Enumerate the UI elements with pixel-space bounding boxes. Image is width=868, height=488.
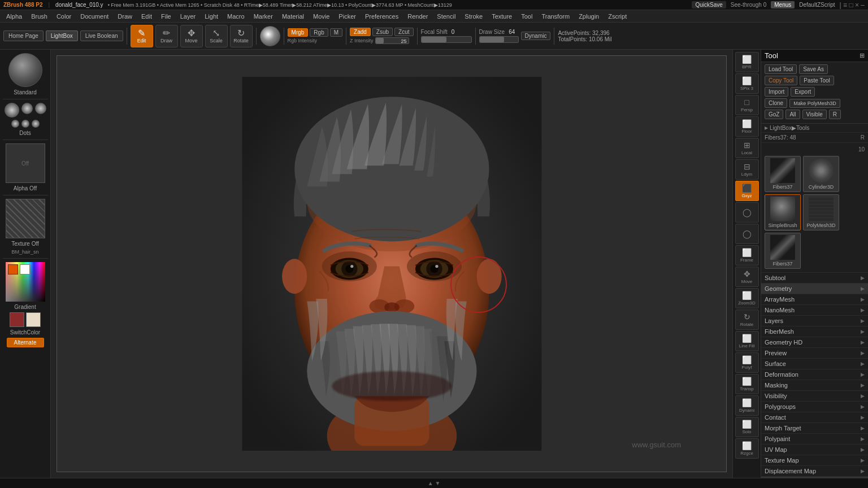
section-visibility[interactable]: Visibility▶ bbox=[761, 391, 868, 402]
menu-item-zscript[interactable]: Zscript bbox=[604, 12, 631, 21]
menu-item-tool[interactable]: Tool bbox=[517, 12, 536, 21]
section-displacement-map[interactable]: Displacement Map▶ bbox=[761, 466, 868, 477]
dot-brush-sm1[interactable] bbox=[11, 120, 19, 128]
rnav-btn-solo[interactable]: ⬜Solo bbox=[735, 417, 759, 437]
save-as-button[interactable]: Save As bbox=[799, 64, 828, 74]
menu-item-color[interactable]: Color bbox=[53, 12, 75, 21]
section-arraymesh[interactable]: ArrayMesh▶ bbox=[761, 294, 868, 305]
section-texture-map[interactable]: Texture Map▶ bbox=[761, 455, 868, 466]
zsub-button[interactable]: Zsub bbox=[372, 28, 393, 36]
section-preview[interactable]: Preview▶ bbox=[761, 348, 868, 359]
menus-button[interactable]: Menus bbox=[771, 1, 795, 8]
foreground-color[interactable] bbox=[8, 264, 18, 274]
section-nanomesh[interactable]: NanoMesh▶ bbox=[761, 305, 868, 316]
fibers-r-button[interactable]: R bbox=[861, 134, 865, 141]
clone-button[interactable]: Clone bbox=[765, 98, 787, 108]
dot-brush-sm3[interactable] bbox=[32, 120, 40, 128]
brush-preview[interactable] bbox=[260, 26, 280, 46]
dot-brush-med2[interactable] bbox=[35, 103, 46, 114]
menu-item-draw[interactable]: Draw bbox=[114, 12, 136, 21]
menu-item-stroke[interactable]: Stroke bbox=[461, 12, 487, 21]
zcut-button[interactable]: Zcut bbox=[394, 28, 413, 36]
focal-shift-slider[interactable] bbox=[421, 36, 472, 43]
rnav-btn-rzgce[interactable]: ⬜Rzgce bbox=[735, 438, 759, 459]
paste-tool-button[interactable]: Paste Tool bbox=[800, 76, 834, 85]
rnav-btn-gxyz[interactable]: ⬛Gxyz bbox=[735, 181, 759, 201]
dot-brush-sm2[interactable] bbox=[21, 120, 29, 128]
section-geometry[interactable]: Geometry▶ bbox=[761, 284, 868, 294]
menu-item-preferences[interactable]: Preferences bbox=[361, 12, 402, 21]
draw-button[interactable]: ✏ Draw bbox=[155, 25, 178, 47]
import-button[interactable]: Import bbox=[765, 87, 788, 97]
rgb-button[interactable]: Rgb bbox=[310, 28, 328, 37]
lightbox-tools-row[interactable]: ▶ LightBox▶Tools bbox=[761, 124, 868, 133]
rnav-btn-frame[interactable]: ⬜Frame bbox=[735, 245, 759, 265]
menu-item-alpha[interactable]: Alpha bbox=[2, 12, 26, 21]
rnav-btn-persp[interactable]: □Persp bbox=[735, 95, 759, 115]
menu-item-render[interactable]: Render bbox=[403, 12, 432, 21]
canvas-area[interactable]: www.gsuit.com bbox=[51, 50, 732, 478]
section-normal-map[interactable]: Normal Map▶ bbox=[761, 477, 868, 478]
left-brush-preview[interactable] bbox=[8, 53, 42, 87]
draw-size-slider[interactable] bbox=[479, 36, 519, 43]
menu-item-material[interactable]: Material bbox=[278, 12, 308, 21]
live-boolean-tab[interactable]: Live Boolean bbox=[80, 30, 123, 41]
z-intensity-slider[interactable]: 25 bbox=[375, 37, 409, 44]
section-surface[interactable]: Surface▶ bbox=[761, 359, 868, 369]
rnav-btn-transp[interactable]: ⬜Transp bbox=[735, 374, 759, 394]
menu-item-brush[interactable]: Brush bbox=[27, 12, 51, 21]
goz-button[interactable]: GoZ bbox=[765, 110, 783, 119]
m-button[interactable]: M bbox=[330, 28, 342, 37]
section-polygroups[interactable]: Polygroups▶ bbox=[761, 402, 868, 412]
rnav-btn-line-fill[interactable]: ⬜Line Fill bbox=[735, 331, 759, 351]
menu-item-transform[interactable]: Transform bbox=[537, 12, 574, 21]
section-masking[interactable]: Masking▶ bbox=[761, 380, 868, 391]
move-button[interactable]: ✥ Move bbox=[180, 25, 203, 47]
menu-item-document[interactable]: Document bbox=[76, 12, 112, 21]
menu-item-edit[interactable]: Edit bbox=[137, 12, 156, 21]
rnav-btn-ldym[interactable]: ⊟Ldym bbox=[735, 159, 759, 180]
secondary-color-swatch[interactable] bbox=[26, 312, 41, 327]
rnav-btn-local[interactable]: ⊞Local bbox=[735, 138, 759, 158]
simple-brush-thumb[interactable]: SimpleBrush bbox=[765, 194, 801, 230]
menu-item-texture[interactable]: Texture bbox=[488, 12, 516, 21]
texture-thumbnail[interactable] bbox=[6, 199, 45, 238]
scale-button[interactable]: ⤡ Scale bbox=[205, 25, 228, 47]
section-layers[interactable]: Layers▶ bbox=[761, 316, 868, 326]
section-polypaint[interactable]: Polypaint▶ bbox=[761, 434, 868, 445]
polymesh3d-thumb[interactable]: PolyMesh3D bbox=[803, 194, 839, 230]
copy-tool-button[interactable]: Copy Tool bbox=[765, 76, 797, 85]
section-uv-map[interactable]: UV Map▶ bbox=[761, 445, 868, 455]
cylinder3d-thumb[interactable]: Cylinder3D bbox=[803, 156, 839, 192]
home-page-tab[interactable]: Home Page bbox=[3, 30, 44, 41]
section-contact[interactable]: Contact▶ bbox=[761, 412, 868, 423]
menu-item-layer[interactable]: Layer bbox=[176, 12, 200, 21]
expand-icon[interactable]: ⊞ bbox=[860, 52, 865, 59]
alpha-thumbnail[interactable]: Off bbox=[6, 143, 45, 183]
dot-brush-large[interactable] bbox=[5, 103, 19, 117]
background-color[interactable] bbox=[20, 264, 30, 274]
export-button[interactable]: Export bbox=[791, 87, 815, 97]
make-polymesh3d-button[interactable]: Make PolyMesh3D bbox=[789, 99, 840, 108]
lightbox-tab[interactable]: LightBox bbox=[46, 30, 78, 41]
rnav-btn-move[interactable]: ✥Move bbox=[735, 267, 759, 287]
all-button[interactable]: All bbox=[785, 110, 800, 119]
section-deformation[interactable]: Deformation▶ bbox=[761, 369, 868, 380]
section-subtool[interactable]: Subtool▶ bbox=[761, 273, 868, 284]
menu-item-macro[interactable]: Macro bbox=[223, 12, 249, 21]
section-fibermesh[interactable]: FiberMesh▶ bbox=[761, 326, 868, 337]
rnav-btn-dynami[interactable]: ⬜Dynami bbox=[735, 395, 759, 416]
visible-button[interactable]: Visible bbox=[802, 110, 827, 119]
section-geometry-hd[interactable]: Geometry HD▶ bbox=[761, 337, 868, 348]
menu-item-stencil[interactable]: Stencil bbox=[433, 12, 459, 21]
menu-item-picker[interactable]: Picker bbox=[335, 12, 360, 21]
menu-item-marker[interactable]: Marker bbox=[250, 12, 277, 21]
menu-item-file[interactable]: File bbox=[157, 12, 175, 21]
menu-item-light[interactable]: Light bbox=[201, 12, 222, 21]
mrgb-button[interactable]: Mrgb bbox=[288, 28, 309, 37]
section-morph-target[interactable]: Morph Target▶ bbox=[761, 423, 868, 434]
color-picker[interactable] bbox=[6, 262, 45, 302]
rnav-btn-icon[interactable]: ◯ bbox=[735, 202, 759, 223]
load-tool-button[interactable]: Load Tool bbox=[765, 64, 797, 74]
alternate-button[interactable]: Alternate bbox=[7, 338, 44, 347]
